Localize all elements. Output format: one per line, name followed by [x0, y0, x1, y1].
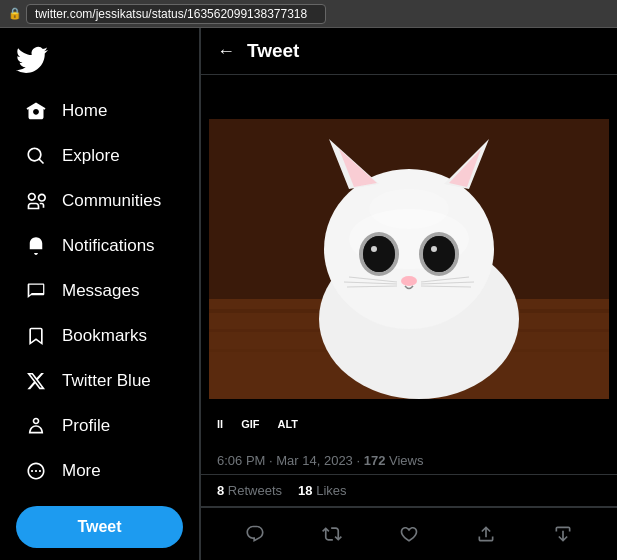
explore-label: Explore	[62, 146, 120, 166]
gif-controls: II GIF ALT	[211, 415, 304, 433]
profile-icon	[24, 414, 48, 438]
retweet-count[interactable]: 8 Retweets	[217, 483, 282, 498]
notifications-label: Notifications	[62, 236, 155, 256]
svg-point-29	[363, 236, 395, 272]
share-button[interactable]	[468, 516, 504, 552]
twitter-blue-label: Twitter Blue	[62, 371, 151, 391]
twitter-blue-icon	[24, 369, 48, 393]
home-icon	[24, 99, 48, 123]
home-label: Home	[62, 101, 107, 121]
sidebar-item-more[interactable]: More	[8, 449, 191, 493]
sidebar-nav: Home Explore Communities Notifications	[0, 88, 199, 494]
sidebar-item-messages[interactable]: Messages	[8, 269, 191, 313]
messages-label: Messages	[62, 281, 139, 301]
likes-count[interactable]: 18 Likes	[298, 483, 346, 498]
tweet-views-label: Views	[389, 453, 423, 468]
more-label: More	[62, 461, 101, 481]
content-title: Tweet	[247, 40, 299, 62]
lock-icon: 🔒	[8, 7, 22, 20]
download-icon	[553, 524, 573, 544]
sidebar-item-notifications[interactable]: Notifications	[8, 224, 191, 268]
more-icon	[24, 459, 48, 483]
sidebar-user-footer[interactable]: Siddhartha Sama... @Sid_Beebom ···	[8, 556, 191, 560]
svg-point-32	[431, 246, 437, 252]
retweet-icon	[322, 524, 342, 544]
pause-button[interactable]: II	[211, 415, 229, 433]
cat-image	[201, 119, 617, 399]
share-icon	[476, 524, 496, 544]
back-button[interactable]: ←	[217, 41, 235, 62]
reply-button[interactable]	[237, 516, 273, 552]
sidebar-item-home[interactable]: Home	[8, 89, 191, 133]
address-bar: 🔒 twitter.com/jessikatsu/status/16356209…	[0, 0, 617, 28]
tweet-meta: 6:06 PM · Mar 14, 2023 · 172 Views	[201, 443, 617, 475]
reply-icon	[245, 524, 265, 544]
svg-point-31	[371, 246, 377, 252]
tweet-timestamp: 6:06 PM · Mar 14, 2023 ·	[217, 453, 364, 468]
svg-point-18	[401, 276, 417, 286]
alt-button[interactable]: ALT	[271, 415, 304, 433]
tweet-stats: 8 Retweets 18 Likes	[201, 475, 617, 507]
svg-point-30	[423, 236, 455, 272]
sidebar-item-bookmarks[interactable]: Bookmarks	[8, 314, 191, 358]
retweet-button[interactable]	[314, 516, 350, 552]
tweet-image-container: II GIF ALT	[201, 75, 617, 443]
tweet-button[interactable]: Tweet	[16, 506, 183, 548]
tweet-views-count: 172	[364, 453, 386, 468]
sidebar-item-profile[interactable]: Profile	[8, 404, 191, 448]
content-area: ← Tweet	[200, 28, 617, 560]
download-button[interactable]	[545, 516, 581, 552]
profile-label: Profile	[62, 416, 110, 436]
sidebar-item-communities[interactable]: Communities	[8, 179, 191, 223]
bookmarks-icon	[24, 324, 48, 348]
like-icon	[399, 524, 419, 544]
notifications-icon	[24, 234, 48, 258]
tweet-actions	[201, 507, 617, 560]
gif-label: GIF	[235, 415, 265, 433]
twitter-logo[interactable]	[0, 36, 199, 84]
like-button[interactable]	[391, 516, 427, 552]
svg-point-26	[369, 189, 449, 229]
communities-label: Communities	[62, 191, 161, 211]
sidebar: Home Explore Communities Notifications	[0, 28, 200, 560]
sidebar-item-twitter-blue[interactable]: Twitter Blue	[8, 359, 191, 403]
messages-icon	[24, 279, 48, 303]
main-layout: Home Explore Communities Notifications	[0, 28, 617, 560]
url-display[interactable]: twitter.com/jessikatsu/status/1635620991…	[26, 4, 326, 24]
communities-icon	[24, 189, 48, 213]
sidebar-item-explore[interactable]: Explore	[8, 134, 191, 178]
content-header: ← Tweet	[201, 28, 617, 75]
twitter-bird-icon	[16, 44, 48, 76]
explore-icon	[24, 144, 48, 168]
bookmarks-label: Bookmarks	[62, 326, 147, 346]
